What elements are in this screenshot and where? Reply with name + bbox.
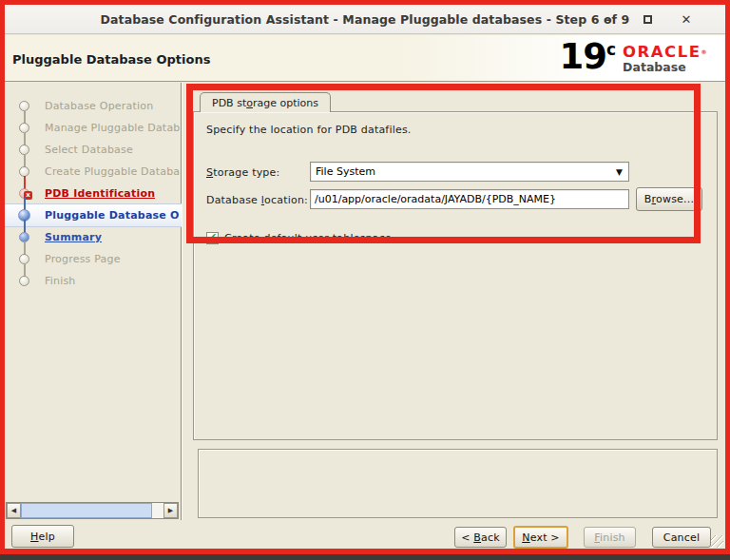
maximize-box-glyph [644, 15, 652, 24]
window-controls: – ✕ [602, 5, 693, 34]
step-label: Manage Pluggable Database [45, 122, 180, 134]
finish-button: Finish [584, 527, 636, 548]
sidebar-step-database-operation: Database Operation [5, 95, 182, 117]
pdb-storage-panel: Specify the location for PDB datafiles. … [193, 111, 718, 440]
help-button[interactable]: Help [11, 525, 74, 548]
step-connector [24, 132, 26, 145]
step-connector [24, 241, 26, 255]
step-connector [24, 176, 26, 189]
minimize-icon[interactable]: – [602, 13, 615, 27]
step-label: Pluggable Database Options [45, 209, 180, 222]
steps-list: Database OperationManage Pluggable Datab… [5, 95, 182, 292]
step-label: Select Database [45, 144, 133, 156]
back-button[interactable]: < Back [454, 527, 507, 548]
step-connector [24, 263, 26, 277]
chevron-down-icon: ▼ [616, 167, 623, 177]
create-tablespace-checkbox[interactable] [206, 232, 219, 244]
sidebar-step-create-pluggable-database: Create Pluggable Database [5, 161, 182, 183]
oracle-19c-logo: 19 c ORACLE® Database [560, 38, 708, 76]
registered-mark: ® [701, 48, 709, 55]
panel-description: Specify the location for PDB datafiles. [206, 124, 412, 136]
sidebar-step-manage-pluggable-database: Manage Pluggable Database [5, 117, 182, 139]
browse-button[interactable]: Browse... [636, 187, 702, 211]
window-title: Database Configuration Assistant - Manag… [101, 12, 630, 27]
step-connector [24, 110, 26, 124]
step-label: Create Pluggable Database [45, 165, 180, 178]
sidebar-horizontal-scrollbar[interactable]: ◀ ▶ [6, 502, 179, 519]
database-location-input[interactable] [310, 189, 629, 209]
footer-button-bar: Help < Back Next > Finish Cancel [5, 520, 725, 550]
database-location-label: Database location: [206, 194, 308, 206]
scroll-left-icon[interactable]: ◀ [7, 503, 21, 518]
scrollbar-thumb[interactable] [21, 503, 152, 518]
next-button[interactable]: Next > [513, 526, 568, 549]
banner: Pluggable Database Options 19 c ORACLE® … [5, 35, 725, 82]
sidebar-step-finish: Finish [5, 270, 182, 292]
storage-type-value: File System [316, 165, 375, 178]
tab-pdb-storage-options[interactable]: PDB storage options [200, 92, 331, 112]
logo-version-sup: c [606, 42, 616, 58]
step-connector [24, 154, 26, 167]
cancel-button[interactable]: Cancel [652, 527, 711, 548]
oracle-wordmark: ORACLE® [623, 44, 708, 60]
step-label: PDB Identification [45, 187, 155, 200]
step-label: Finish [45, 275, 76, 287]
body: Database OperationManage Pluggable Datab… [5, 83, 725, 550]
sidebar-step-progress-page: Progress Page [5, 248, 182, 270]
scroll-right-icon[interactable]: ▶ [163, 503, 178, 518]
message-panel [198, 449, 718, 518]
step-label: Summary [45, 231, 102, 243]
logo-version: 19 [560, 38, 607, 76]
wizard-steps-sidebar: Database OperationManage Pluggable Datab… [5, 83, 182, 520]
maximize-icon[interactable] [641, 13, 654, 27]
sidebar-step-pluggable-database-options: Pluggable Database Options [5, 204, 182, 226]
step-connector [24, 220, 26, 233]
sidebar-step-select-database: Select Database [5, 139, 182, 161]
title-bar: Database Configuration Assistant - Manag… [5, 5, 725, 34]
create-tablespace-row: Create default user tablespace [206, 232, 392, 244]
screen: Database Configuration Assistant - Manag… [0, 0, 730, 560]
dbca-window: Database Configuration Assistant - Manag… [0, 0, 730, 554]
sidebar-step-pdb-identification[interactable]: xPDB Identification [5, 183, 182, 204]
page-title: Pluggable Database Options [12, 52, 210, 67]
storage-type-label: Storage type: [206, 166, 279, 179]
sidebar-step-summary[interactable]: Summary [5, 226, 182, 248]
create-tablespace-label: Create default user tablespace [224, 232, 392, 244]
close-icon[interactable]: ✕ [680, 13, 693, 27]
scrollbar-track[interactable] [152, 503, 163, 518]
logo-product: Database [623, 60, 708, 74]
step-circle-icon [19, 276, 29, 286]
step-label: Progress Page [45, 253, 121, 265]
step-label: Database Operation [45, 100, 153, 112]
resize-grip-icon[interactable] [711, 535, 723, 548]
storage-type-select[interactable]: File System ▼ [310, 162, 629, 182]
